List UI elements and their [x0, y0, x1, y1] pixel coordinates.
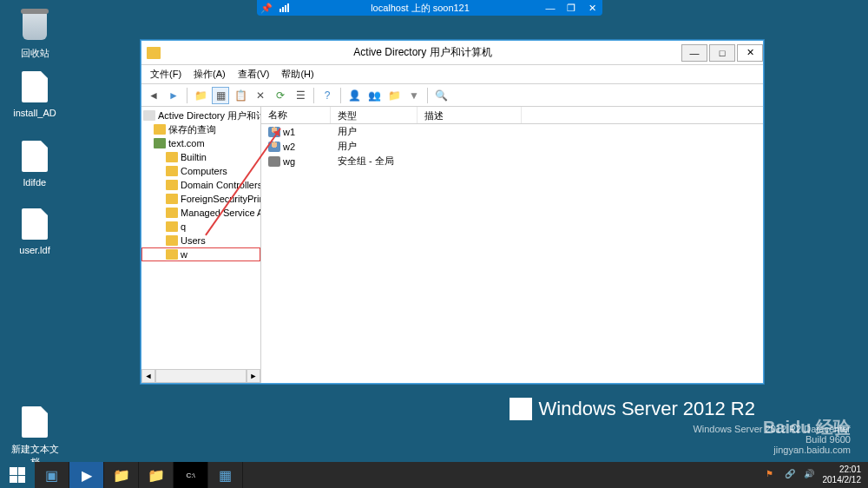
list-item[interactable]: w1 用户 — [261, 124, 763, 139]
tree-domain[interactable]: text.com — [141, 136, 260, 150]
col-name[interactable]: 名称 — [261, 107, 331, 123]
label: user.ldf — [9, 245, 61, 255]
export-icon[interactable]: ☰ — [292, 87, 309, 104]
tree-msa[interactable]: Managed Service Accounts — [141, 206, 260, 220]
system-tray: ⚑ 🔗 🔊 22:01 2014/2/12 — [766, 465, 869, 485]
network-icon[interactable]: 🔗 — [785, 469, 797, 481]
show-hide-button[interactable]: ▦ — [212, 87, 229, 104]
properties-icon[interactable]: ⟳ — [272, 87, 289, 104]
tree-root[interactable]: Active Directory 用户和计算机 [s — [141, 109, 260, 122]
tree-q[interactable]: q — [141, 220, 260, 234]
scroll-right-icon[interactable]: ► — [247, 369, 260, 383]
task-aduc[interactable]: ▦ — [208, 462, 243, 488]
menu-file[interactable]: 文件(F) — [145, 66, 187, 82]
flag-icon[interactable]: ⚑ — [766, 469, 778, 481]
group-icon — [268, 156, 280, 167]
pin-icon[interactable]: 📌 — [257, 3, 276, 14]
forward-button[interactable]: ► — [165, 87, 182, 104]
build-watermark: Windows Server 2012 R2 Datacenter Build … — [693, 424, 851, 455]
windows-server-logo: Windows Server 2012 R2 — [510, 398, 755, 420]
task-server-manager[interactable]: ▣ — [35, 462, 69, 488]
tree-users[interactable]: Users — [141, 234, 260, 247]
toolbar: ◄ ► 📁 ▦ 📋 ✕ ⟳ ☰ ? 👤 👥 📁 ▼ 🔍 — [141, 84, 763, 107]
add-user-icon[interactable]: 👥 — [365, 87, 383, 104]
label: install_AD — [9, 108, 61, 118]
filter-icon[interactable]: ▼ — [405, 87, 423, 104]
sound-icon[interactable]: 🔊 — [804, 469, 816, 481]
add-group-icon[interactable]: 📁 — [385, 87, 403, 104]
clock[interactable]: 22:01 2014/2/12 — [823, 465, 862, 485]
list-item[interactable]: wg 安全组 - 全局 — [261, 154, 763, 168]
label: 回收站 — [9, 47, 61, 60]
cut-icon[interactable]: 📋 — [232, 87, 249, 104]
minimize-button[interactable]: — — [681, 44, 707, 62]
scroll-left-icon[interactable]: ◄ — [141, 369, 155, 383]
menu-view[interactable]: 查看(V) — [233, 66, 275, 82]
signal-icon — [276, 3, 300, 12]
tree-saved-queries[interactable]: 保存的查询 — [141, 122, 260, 136]
label: ldifde — [9, 177, 61, 188]
search-icon[interactable]: 🔍 — [432, 87, 450, 104]
up-button[interactable]: 📁 — [192, 87, 209, 104]
col-desc[interactable]: 描述 — [418, 107, 522, 123]
tree-pane[interactable]: Active Directory 用户和计算机 [s 保存的查询 text.co… — [141, 107, 261, 383]
remote-restore-button[interactable]: ❐ — [561, 3, 582, 14]
tree-scrollbar[interactable]: ◄ ► — [141, 369, 260, 383]
task-powershell[interactable]: ▶ — [69, 462, 104, 488]
tree-fsp[interactable]: ForeignSecurityPrincipals — [141, 192, 260, 206]
menubar: 文件(F) 操作(A) 查看(V) 帮助(H) — [141, 65, 763, 84]
maximize-button[interactable]: □ — [709, 44, 735, 62]
help-icon[interactable]: ? — [319, 87, 336, 104]
tree-builtin[interactable]: Builtin — [141, 150, 260, 164]
start-button[interactable] — [0, 462, 35, 488]
window-icon — [147, 47, 161, 59]
window-title: Active Directory 用户和计算机 — [166, 45, 680, 60]
tree-computers[interactable]: Computers — [141, 164, 260, 178]
desktop-install-ad[interactable]: install_AD — [9, 69, 61, 118]
delete-icon[interactable]: ✕ — [252, 87, 269, 104]
remote-close-button[interactable]: ✕ — [582, 3, 602, 14]
list-pane[interactable]: 名称 类型 描述 w1 用户 w2 用户 wg 安全组 - 全局 — [261, 107, 763, 383]
menu-help[interactable]: 帮助(H) — [276, 66, 319, 82]
remote-title: localhost 上的 soon121 — [300, 2, 540, 15]
back-button[interactable]: ◄ — [145, 87, 162, 104]
task-cmd[interactable]: C:\ — [174, 462, 208, 488]
tree-w-selected[interactable]: w — [141, 247, 260, 261]
task-explorer[interactable]: 📁 — [104, 462, 139, 488]
task-item-4[interactable]: 📁 — [139, 462, 174, 488]
list-header: 名称 类型 描述 — [261, 107, 763, 124]
remote-minimize-button[interactable]: — — [540, 3, 561, 14]
col-type[interactable]: 类型 — [331, 107, 418, 123]
list-item[interactable]: w2 用户 — [261, 139, 763, 154]
remote-session-bar: 📌 localhost 上的 soon121 — ❐ ✕ — [257, 0, 602, 16]
desktop-new-text[interactable]: 新建文本文档 — [9, 405, 61, 469]
titlebar[interactable]: Active Directory 用户和计算机 — □ ✕ — [141, 41, 763, 65]
find-icon[interactable]: 👤 — [345, 87, 363, 104]
desktop-recycle-bin[interactable]: 回收站 — [9, 9, 61, 60]
close-button[interactable]: ✕ — [737, 44, 763, 62]
desktop-user-ldf[interactable]: user.ldf — [9, 207, 61, 255]
aduc-window: Active Directory 用户和计算机 — □ ✕ 文件(F) 操作(A… — [141, 40, 764, 384]
desktop-ldifde[interactable]: ldifde — [9, 139, 61, 188]
taskbar: ▣ ▶ 📁 📁 C:\ ▦ ⚑ 🔗 🔊 22:01 2014/2/12 — [0, 462, 868, 488]
menu-action[interactable]: 操作(A) — [188, 66, 231, 82]
